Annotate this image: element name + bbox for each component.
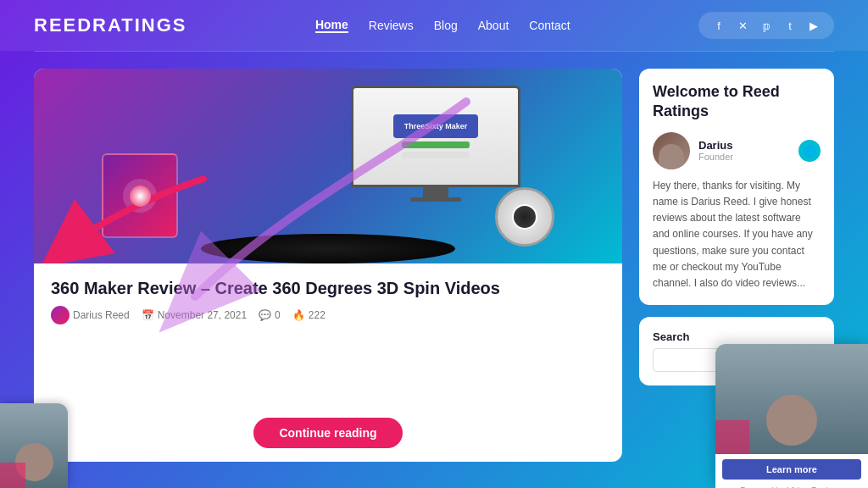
product-dot (130, 186, 151, 207)
meta-comments: 💬 0 (259, 309, 281, 321)
nav-home[interactable]: Home (315, 18, 348, 33)
social-icons-bar: f ✕ 𝕡 t ▶ (698, 12, 834, 39)
camera-body (495, 187, 554, 247)
arrow-decoration (51, 170, 220, 255)
nav-contact[interactable]: Contact (529, 19, 570, 32)
search-label: Search (653, 330, 821, 343)
meta-views: 🔥 222 (292, 309, 326, 321)
twitter-icon[interactable]: ✕ (734, 17, 751, 34)
nav-about[interactable]: About (478, 19, 509, 32)
welcome-widget: Welcome to Reed Ratings Darius Founder 🌐… (639, 69, 834, 305)
main-nav: Home Reviews Blog About Contact (315, 18, 570, 33)
article-title: 360 Maker Review – Create 360 Degrees 3D… (51, 277, 605, 299)
camera-360 (495, 187, 554, 247)
nav-blog[interactable]: Blog (434, 19, 458, 32)
article-card: ThreeSixty Maker (34, 69, 622, 462)
video-accent (715, 420, 749, 454)
continue-reading-button[interactable]: Continue reading (253, 418, 402, 448)
video-content (715, 344, 868, 454)
monitor-screen-inner: ThreeSixty Maker (353, 88, 518, 185)
site-logo: ReedRatings (34, 14, 187, 36)
article-date: November 27, 2021 (158, 309, 247, 321)
youtube-icon[interactable]: ▶ (805, 17, 822, 34)
calendar-icon: 📅 (142, 309, 154, 321)
meta-date: 📅 November 27, 2021 (142, 309, 247, 321)
tumblr-icon[interactable]: t (782, 17, 798, 34)
comment-icon: 💬 (259, 309, 271, 321)
author-name: Darius Reed (73, 309, 130, 321)
video-person-head (766, 395, 817, 446)
learn-more-button[interactable]: Learn more (722, 459, 861, 480)
monitor-screen: ThreeSixty Maker (351, 86, 520, 187)
author-row: Darius Founder 🌐 (653, 132, 821, 169)
powered-text: Powered by Video Reviews (715, 485, 868, 488)
sidebar-description: Hey there, thanks for visiting. My name … (653, 178, 821, 291)
bottom-avatar-accent (0, 463, 25, 488)
display-platform (201, 234, 455, 263)
author-role: Founder (698, 152, 790, 162)
monitor-stand (423, 187, 448, 197)
threesixty-logo: ThreeSixty Maker (393, 114, 478, 138)
pinterest-icon[interactable]: 𝕡 (758, 17, 775, 34)
monitor-graphic: ThreeSixty Maker (351, 86, 520, 204)
author-avatar-small (51, 306, 70, 324)
bottom-avatar-popup (0, 403, 68, 488)
fire-icon: 🔥 (292, 309, 305, 321)
author-name-sidebar: Darius (698, 139, 790, 152)
author-link-icon[interactable]: 🌐 (798, 140, 821, 162)
welcome-title: Welcome to Reed Ratings (653, 82, 821, 122)
meta-author: Darius Reed (51, 306, 130, 324)
avatar-figure (659, 144, 684, 169)
view-count: 222 (309, 309, 326, 321)
article-content: 360 Maker Review – Create 360 Degrees 3D… (34, 263, 622, 462)
video-popup: Learn more Powered by Video Reviews (715, 344, 868, 488)
author-info: Darius Founder (698, 139, 790, 162)
bottom-avatar-inner (0, 403, 68, 488)
camera-lens (512, 204, 537, 230)
facebook-icon[interactable]: f (710, 17, 727, 34)
monitor-base (410, 197, 461, 202)
nav-reviews[interactable]: Reviews (369, 19, 414, 32)
comment-count: 0 (275, 309, 281, 321)
article-meta: Darius Reed 📅 November 27, 2021 💬 0 🔥 22… (51, 306, 605, 324)
monitor-bar-gray (402, 152, 470, 158)
monitor-bar-green (402, 141, 470, 148)
article-image: ThreeSixty Maker (34, 69, 622, 263)
header: ReedRatings Home Reviews Blog About Cont… (0, 0, 868, 51)
author-avatar (653, 132, 690, 169)
